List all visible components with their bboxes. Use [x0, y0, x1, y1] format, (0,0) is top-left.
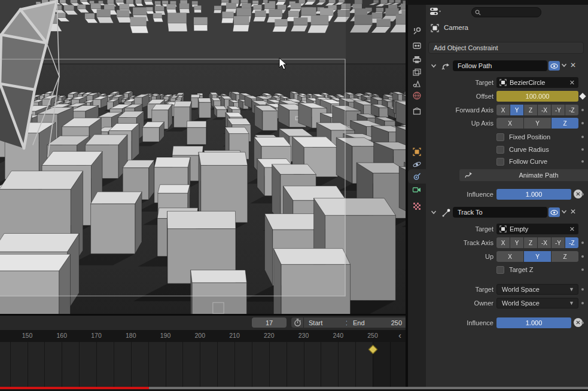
- track-to-constraint-icon: [441, 208, 451, 218]
- decorator-dot[interactable]: [581, 288, 584, 291]
- follow-curve-row[interactable]: Follow Curve: [496, 156, 547, 167]
- axis-button--x[interactable]: -X: [538, 237, 551, 248]
- collapse-panel-arrow[interactable]: ‹: [398, 332, 401, 338]
- 3d-viewport-canvas[interactable]: [0, 0, 406, 314]
- breadcrumb-object-name[interactable]: Camera: [444, 24, 468, 31]
- constraint-name-field[interactable]: Follow Path: [453, 60, 547, 71]
- expand-chevron-icon[interactable]: [431, 63, 437, 69]
- offset-label: Offset: [424, 91, 493, 102]
- object-icon: [412, 147, 422, 157]
- influence-slider[interactable]: 1.000: [496, 189, 571, 200]
- fixed-position-label: Fixed Position: [509, 133, 550, 140]
- constraint-extras-dropdown[interactable]: [561, 209, 567, 215]
- auto-keyframe-button[interactable]: [291, 317, 303, 328]
- current-frame-field[interactable]: 17: [252, 317, 287, 328]
- axis-button--z[interactable]: -Z: [565, 237, 578, 248]
- constraint-delete-button[interactable]: ✕: [570, 207, 576, 216]
- forward-axis-label: Forward Axis: [424, 105, 493, 115]
- constraint-visibility-toggle[interactable]: [549, 61, 560, 71]
- curve-radius-row[interactable]: Curve Radius: [496, 144, 549, 155]
- axis-button-y[interactable]: Y: [510, 237, 523, 248]
- decorator-dot[interactable]: [581, 193, 584, 196]
- render-icon: [412, 41, 422, 50]
- target-field[interactable]: BezierCircle ✕: [496, 77, 578, 88]
- animate-path-button[interactable]: Animate Path: [459, 169, 588, 181]
- end-value: 250: [391, 319, 402, 326]
- axis-button-x[interactable]: X: [496, 237, 510, 248]
- axis-button-z[interactable]: Z: [524, 237, 537, 248]
- timeline-tracks[interactable]: [0, 342, 406, 387]
- object-icon: [499, 225, 507, 233]
- axis-button-z[interactable]: Z: [552, 118, 578, 129]
- decorator-dot[interactable]: [581, 148, 584, 151]
- timeline-editor[interactable]: 17 Start 1 End 250 150160170180190200210…: [0, 314, 406, 391]
- properties-tab-texture[interactable]: [408, 199, 426, 213]
- target-space-dropdown[interactable]: World Space ▼: [496, 284, 578, 295]
- decorator-dot[interactable]: [581, 242, 584, 244]
- properties-tab-tool[interactable]: [408, 24, 426, 38]
- add-object-constraint-button[interactable]: Add Object Constraint: [428, 42, 584, 54]
- animate-path-label: Animate Path: [473, 172, 588, 179]
- axis-button--y[interactable]: -Y: [552, 105, 565, 115]
- timeline-ruler[interactable]: 150160170180190200210220230240250: [0, 330, 406, 342]
- decorator-dot[interactable]: [581, 109, 584, 111]
- editor-type-properties-icon[interactable]: [429, 7, 443, 17]
- offset-slider[interactable]: 100.000: [496, 91, 578, 102]
- properties-tab-render[interactable]: [408, 38, 426, 53]
- decorator-dot[interactable]: [581, 255, 584, 258]
- grid-line: [234, 342, 235, 387]
- decorator-dot[interactable]: [581, 268, 584, 271]
- grid-line: [166, 342, 166, 387]
- influence-slider[interactable]: 1.000: [496, 317, 571, 328]
- constraint-delete-button[interactable]: ✕: [570, 61, 576, 69]
- decorator-dot[interactable]: [581, 136, 584, 138]
- expand-chevron-icon[interactable]: [431, 209, 437, 215]
- decorator-dot[interactable]: [581, 122, 584, 124]
- axis-button-x[interactable]: X: [496, 251, 523, 262]
- influence-row: 1.000 ✕: [426, 317, 588, 328]
- search-box[interactable]: [471, 7, 541, 17]
- axis-button--x[interactable]: -X: [538, 105, 551, 115]
- constraint-visibility-toggle[interactable]: [549, 207, 560, 217]
- owner-space-dropdown[interactable]: World Space ▼: [496, 298, 578, 308]
- curve-radius-checkbox[interactable]: [496, 146, 504, 154]
- decorator-dot[interactable]: [581, 322, 584, 324]
- 3d-viewport[interactable]: [0, 0, 406, 314]
- follow-curve-label: Follow Curve: [509, 158, 547, 165]
- axis-button-y[interactable]: Y: [510, 105, 523, 115]
- decorator-dot[interactable]: [581, 160, 584, 163]
- grid-line: [321, 342, 321, 387]
- grid-line: [114, 342, 114, 387]
- axis-button-x[interactable]: X: [496, 105, 510, 115]
- track-to-header[interactable]: Track To ✕: [426, 206, 588, 219]
- tool-icon: [412, 26, 422, 36]
- fixed-position-row[interactable]: Fixed Position: [496, 132, 550, 142]
- eye-icon: [550, 63, 558, 69]
- target-z-checkbox[interactable]: [496, 266, 504, 274]
- target-z-row[interactable]: Target Z: [496, 264, 533, 275]
- axis-button-x[interactable]: X: [496, 118, 523, 129]
- constraint-name-field[interactable]: Track To: [453, 207, 547, 218]
- follow-path-header[interactable]: Follow Path ✕: [426, 60, 588, 73]
- decorator-dot[interactable]: [581, 302, 584, 304]
- output-icon: [412, 55, 422, 65]
- target-field[interactable]: Empty ✕: [496, 224, 578, 234]
- axis-button-y[interactable]: Y: [524, 118, 551, 129]
- grid-line: [44, 342, 45, 387]
- clear-target-icon[interactable]: ✕: [569, 79, 575, 87]
- follow-curve-checkbox[interactable]: [496, 158, 504, 166]
- keyframe-decorator-diamond[interactable]: [579, 93, 586, 99]
- target-label: Target: [424, 224, 493, 234]
- forward-axis-buttons: XYZ-X-Y-Z: [496, 105, 578, 115]
- clear-target-icon[interactable]: ✕: [569, 225, 575, 233]
- animate-path-icon: [464, 171, 473, 179]
- axis-button-z[interactable]: Z: [552, 251, 578, 262]
- constraint-extras-dropdown[interactable]: [561, 62, 567, 68]
- axis-button-z[interactable]: Z: [524, 105, 537, 115]
- axis-button-y[interactable]: Y: [524, 251, 551, 262]
- axis-button--z[interactable]: -Z: [565, 105, 578, 115]
- properties-tab-constraints[interactable]: [408, 169, 426, 184]
- axis-button--y[interactable]: -Y: [552, 237, 565, 248]
- frame-end-field[interactable]: End 250: [347, 317, 408, 328]
- fixed-position-checkbox[interactable]: [496, 133, 504, 141]
